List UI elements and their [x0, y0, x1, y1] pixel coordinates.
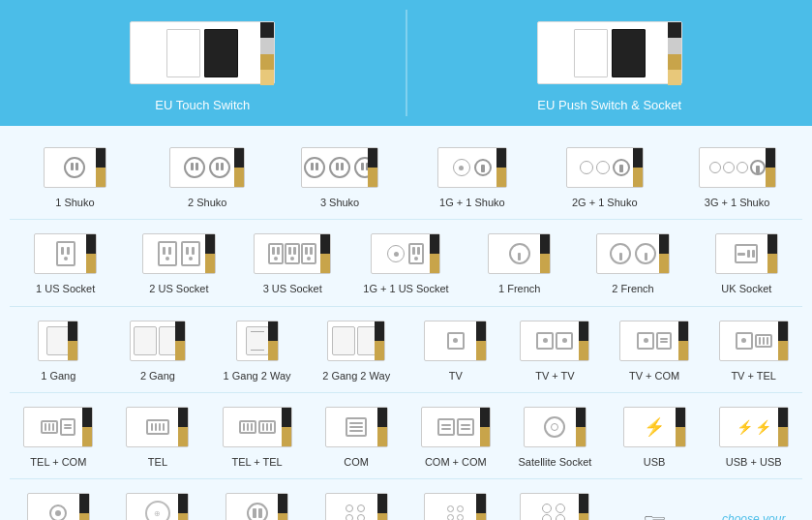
tv-socket-icon — [736, 332, 753, 350]
item-tvtel[interactable]: TV + TEL — [705, 313, 802, 386]
banner-right-title: EU Push Switch & Socket — [537, 98, 681, 112]
img-2french — [594, 229, 672, 278]
banner-left-image — [105, 15, 299, 92]
item-2ch[interactable]: 2 CH Socket — [308, 485, 406, 520]
com-socket-icon — [60, 418, 75, 436]
shuko-icon — [474, 159, 492, 176]
img-usb: ⚡ — [616, 403, 693, 451]
item-ch[interactable]: CH Socket — [407, 485, 505, 520]
label-2gang: 2 Gang — [140, 369, 175, 382]
label-1french: 1 French — [498, 282, 540, 295]
tel-socket-icon — [755, 334, 772, 348]
satellite-icon — [544, 416, 565, 438]
item-com[interactable]: COM — [308, 399, 406, 473]
img-ch — [417, 489, 495, 520]
circle-icon — [723, 162, 735, 173]
item-2french[interactable]: 2 French — [577, 226, 688, 299]
tv-socket-icon — [447, 332, 465, 350]
img-tv — [417, 317, 495, 365]
img-1gang — [19, 317, 97, 365]
item-satellite[interactable]: Satellite Socket — [506, 399, 604, 473]
label-3g1shuko: 3G + 1 Shuko — [705, 196, 770, 209]
item-2shuko[interactable]: 2 Shuko — [142, 139, 273, 213]
shuko-icon — [750, 160, 766, 175]
img-2ch — [317, 489, 395, 520]
item-2gang2way[interactable]: 2 Gang 2 Way — [308, 313, 406, 386]
item-2g1shuko[interactable]: 2G + 1 Shuko — [539, 139, 670, 213]
item-1gang[interactable]: 1 Gang — [10, 313, 107, 386]
banner-right[interactable]: EU Push Switch & Socket — [407, 0, 813, 126]
img-satellite — [516, 403, 593, 451]
tv-socket-icon — [536, 332, 554, 350]
banner-left[interactable]: EU Touch Switch — [0, 0, 406, 126]
img-1g1us — [367, 229, 444, 278]
item-2gang[interactable]: 2 Gang — [109, 313, 207, 386]
label-1gang: 1 Gang — [41, 369, 75, 382]
item-comcom[interactable]: COM + COM — [407, 399, 505, 473]
label-tel: TEL — [148, 455, 167, 469]
item-3g1shuko[interactable]: 3G + 1 Shuko — [672, 139, 802, 213]
tv-socket-icon — [556, 332, 573, 350]
label-1g1shuko: 1G + 1 Shuko — [439, 196, 505, 209]
label-comcom: COM + COM — [425, 455, 487, 469]
item-tv[interactable]: TV — [407, 313, 505, 386]
img-1shuko — [36, 143, 113, 192]
item-tel[interactable]: TEL — [109, 399, 207, 473]
label-1g1us: 1G + 1 US Socket — [363, 282, 448, 295]
img-1us — [27, 229, 105, 278]
shuko-icon — [184, 157, 205, 178]
item-3us[interactable]: 3 US Socket — [237, 226, 348, 299]
item-thermostat[interactable]: ⊕ Thermostat — [109, 485, 207, 520]
item-tvtv[interactable]: TV + TV — [506, 313, 604, 386]
gang-2way-icon — [332, 326, 355, 355]
label-satellite: Satellite Socket — [519, 455, 592, 469]
label-tvtel: TV + TEL — [731, 369, 776, 382]
item-3shuko[interactable]: 3 Shuko — [275, 139, 406, 213]
banner-right-image — [513, 15, 707, 92]
item-1us[interactable]: 1 US Socket — [10, 226, 121, 299]
item-usbusb[interactable]: ⚡ ⚡ USB + USB — [705, 399, 802, 473]
img-2shuko — [168, 143, 246, 192]
item-teltel[interactable]: TEL + TEL — [208, 399, 306, 473]
item-1shuko[interactable]: 1 Shuko — [10, 139, 140, 213]
item-tvcom[interactable]: TV + COM — [606, 313, 704, 386]
label-2g1shuko: 2G + 1 Shuko — [572, 196, 638, 209]
item-il[interactable]: IL Socket — [208, 485, 306, 520]
img-more-choices — [516, 489, 593, 520]
img-tel — [119, 403, 196, 451]
us-socket-icon — [408, 243, 424, 264]
img-2us — [140, 229, 218, 278]
com-socket-icon — [437, 418, 455, 436]
us-socket-icon — [158, 241, 177, 266]
com-socket-icon — [346, 417, 367, 437]
item-1g1us[interactable]: 1G + 1 US Socket — [350, 226, 462, 299]
img-usbusb: ⚡ ⚡ — [715, 403, 793, 451]
tel-socket-icon — [146, 419, 169, 435]
com-socket-icon — [656, 332, 672, 350]
label-1gang2way: 1 Gang 2 Way — [224, 369, 291, 382]
item-audio[interactable]: Audio Socket — [10, 485, 107, 520]
top-banner: EU Touch Switch EU Push Switch & Socket — [0, 0, 812, 126]
item-1french[interactable]: 1 French — [464, 226, 575, 299]
label-uksocket: UK Socket — [721, 282, 771, 295]
tel-socket-icon — [239, 420, 256, 434]
shuko-icon — [64, 157, 85, 178]
img-1french — [481, 229, 558, 278]
label-2french: 2 French — [612, 282, 653, 295]
img-1gang2way — [219, 317, 296, 365]
img-tvtv — [516, 317, 593, 365]
usb-icon: ⚡ — [737, 419, 753, 435]
item-more-choices[interactable]: More Choices — [506, 485, 604, 520]
item-1g1shuko[interactable]: 1G + 1 Shuko — [406, 139, 537, 213]
item-choose-favorite[interactable]: choose your favorite — [705, 485, 802, 520]
label-3shuko: 3 Shuko — [320, 196, 359, 209]
item-2us[interactable]: 2 US Socket — [123, 226, 234, 299]
item-uksocket[interactable]: UK Socket — [691, 226, 802, 299]
gang-switch-icon — [134, 326, 157, 355]
item-telcom[interactable]: TEL + COM — [10, 399, 107, 473]
item-usb[interactable]: ⚡ USB — [606, 399, 704, 473]
item-1gang2way[interactable]: 1 Gang 2 Way — [208, 313, 306, 386]
audio-socket-icon — [49, 505, 67, 520]
usb-icon: ⚡ — [755, 419, 771, 435]
img-audio — [19, 489, 97, 520]
